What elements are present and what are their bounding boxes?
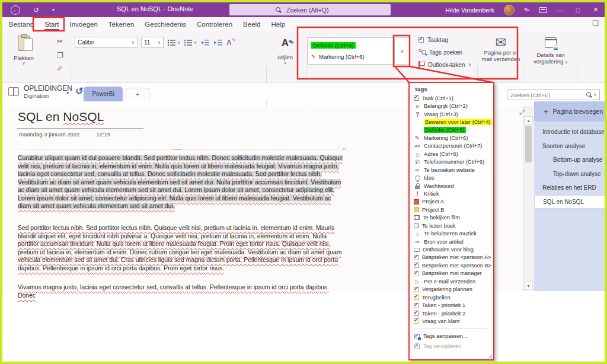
- format-painter-icon[interactable]: ✐: [57, 65, 63, 73]
- minimize-button[interactable]: —: [556, 7, 564, 14]
- tag-gallery-item-markering[interactable]: ✎Markering (Ctrl+6): [311, 53, 391, 60]
- fullpage-view-icon[interactable]: ⤢: [519, 108, 525, 116]
- notebook-selector[interactable]: OPLEIDINGEN Digination: [24, 84, 72, 99]
- ink-pen-icon[interactable]: ✎: [523, 5, 531, 15]
- tag-menu-item[interactable]: Taken - prioriteit 1: [410, 301, 493, 309]
- tag-menu-item[interactable]: Adres (Ctrl+8): [410, 150, 493, 158]
- quick-access-caret-icon[interactable]: ▾: [52, 7, 55, 12]
- increase-indent-button[interactable]: [213, 39, 223, 46]
- ribbon-tab[interactable]: Bestand: [4, 17, 39, 31]
- font-name-select[interactable]: Calibri∨: [75, 37, 138, 48]
- clear-formatting-button[interactable]: A✎: [226, 39, 231, 47]
- decrease-indent-button[interactable]: [200, 39, 210, 46]
- outlook-taken-button[interactable]: Outlook-taken∨: [418, 61, 471, 68]
- styles-button[interactable]: A Stijlen ∨: [268, 37, 302, 65]
- paragraph-clipped[interactable]: Vivamus magna justo, lacinia eget consec…: [18, 283, 346, 299]
- tag-menu-item[interactable]: Te bekijken film: [410, 214, 493, 222]
- tag-menu-item[interactable]: Bespreken met manager: [410, 270, 493, 277]
- tag-menu-item[interactable]: Taak (Ctrl+1): [410, 94, 493, 102]
- meeting-details-button[interactable]: Details vanvergadering ∨: [527, 36, 574, 65]
- tag-menu-item[interactable]: Vraag (Ctrl+3): [410, 110, 493, 118]
- note-drag-handle-icon[interactable]: ••••: [173, 146, 182, 152]
- flag-icon: [418, 61, 424, 68]
- tag-menu-item[interactable]: Te bezoeken website: [410, 166, 493, 174]
- tag-menu-command[interactable]: Tags aanpassen...: [410, 331, 493, 341]
- paragraph-selected[interactable]: Curabitur aliquet quam id dui posuere bl…: [18, 154, 346, 210]
- close-button[interactable]: ✕: [592, 6, 600, 14]
- tag-menu-item[interactable]: Wachtwoord: [410, 182, 493, 190]
- taaktag-button[interactable]: Taaktag: [418, 37, 471, 43]
- tag-menu-item[interactable]: Per e-mail verzenden: [410, 277, 493, 285]
- user-name[interactable]: Hilde Vandenberk: [445, 7, 494, 14]
- tag-menu-item[interactable]: Bespreken met <persoon A>: [410, 254, 493, 261]
- scroll-down-icon[interactable]: ▼: [524, 282, 533, 290]
- tag-menu-item[interactable]: Project A: [410, 198, 493, 206]
- ribbon-tab[interactable]: Tekenen: [103, 17, 139, 31]
- cut-icon[interactable]: ✂: [57, 37, 63, 46]
- email-page-button[interactable]: ✉ Pagina per e-mail verzenden: [480, 36, 522, 62]
- paragraph[interactable]: Sed porttitor lectus nibh. Sed porttitor…: [18, 224, 346, 272]
- tag-gallery-dropdown-button[interactable]: ∨: [395, 37, 410, 65]
- page-list-item[interactable]: Soorten analyse: [534, 139, 605, 154]
- search-input[interactable]: Zoeken (Alt+Q): [229, 4, 391, 15]
- tag-menu-item[interactable]: Project B: [410, 206, 493, 213]
- undo-icon[interactable]: ↺: [33, 6, 39, 14]
- send-icon: [414, 278, 421, 285]
- ribbon-display-options-icon[interactable]: [539, 7, 547, 13]
- paste-button[interactable]: Plakken ∨: [11, 36, 37, 66]
- ribbon-tab[interactable]: Geschiedenis: [139, 17, 191, 31]
- tag-menu-item[interactable]: Onthouden voor blog: [410, 245, 493, 253]
- sq-org-icon: [414, 207, 419, 212]
- tag-menu-item[interactable]: Te lezen boek: [410, 222, 493, 229]
- notebook-dropdown-icon[interactable]: ▾: [66, 90, 69, 95]
- tag-menu-item[interactable]: Vergadering plannen: [410, 286, 493, 293]
- nav-back-icon[interactable]: ↺: [75, 85, 83, 97]
- font-size-select[interactable]: 11∨: [141, 37, 164, 48]
- section-tab-powerbi[interactable]: PowerBi: [84, 87, 123, 101]
- ribbon-tab[interactable]: Help: [266, 17, 291, 31]
- bullet-list-button[interactable]: ∨: [167, 39, 180, 46]
- back-icon[interactable]: ←: [11, 5, 20, 15]
- page-list-item[interactable]: Top-down analyse: [534, 167, 605, 181]
- ribbon-tab[interactable]: Start: [39, 17, 64, 31]
- ribbon-tab[interactable]: Beeld: [238, 17, 266, 31]
- tag-menu-item[interactable]: Vraag van klant: [410, 317, 493, 325]
- menu-resize-grip[interactable]: [488, 354, 492, 358]
- scroll-up-icon[interactable]: ▲: [524, 116, 533, 124]
- tag-menu-item[interactable]: Definitie (Ctrl+5): [410, 126, 493, 134]
- tag-menu-item[interactable]: Belangrijk (Ctrl+2): [410, 102, 493, 110]
- tag-menu-item[interactable]: Markering (Ctrl+6): [410, 134, 493, 142]
- tag-gallery-item-definitie[interactable]: Definitie (Ctrl+5): [311, 42, 391, 49]
- tag-menu-item[interactable]: Taken - prioriteit 2: [410, 309, 493, 317]
- copy-icon[interactable]: ❐: [57, 51, 63, 59]
- ribbon-tab[interactable]: Invoegen: [65, 17, 103, 31]
- add-page-button[interactable]: + Pagina toevoegen: [534, 101, 605, 122]
- tag-menu-item[interactable]: Te beluisteren muziek: [410, 229, 493, 237]
- page-list-item[interactable]: Introductie tot database: [534, 125, 605, 139]
- note-resize-icon[interactable]: ‹›: [343, 146, 346, 152]
- page-list-item[interactable]: SQL en NoSQL: [534, 195, 605, 209]
- maximize-button[interactable]: □: [574, 7, 582, 14]
- tag-menu-item[interactable]: Idee: [410, 174, 493, 181]
- avatar[interactable]: [504, 5, 515, 15]
- scrollbar-thumb[interactable]: [525, 126, 532, 162]
- tag-menu-item[interactable]: Terugbellen: [410, 293, 493, 301]
- page-search-input[interactable]: Zoeken (Ctrl+E) ∨: [507, 90, 600, 100]
- tag-menu-item[interactable]: Telefoonnummer (Ctrl+9): [410, 158, 493, 166]
- docked-note-icon[interactable]: ❏: [592, 19, 599, 27]
- new-section-tab[interactable]: +: [126, 88, 149, 101]
- page-list-item[interactable]: Bottom-up analyse: [534, 153, 605, 167]
- tag-menu-command[interactable]: Tag verwijderen: [410, 341, 493, 352]
- tag-menu-item[interactable]: Kritiek: [410, 190, 493, 197]
- tag-menu-item[interactable]: Bewaren voor later (Ctrl+4): [410, 118, 493, 126]
- tag-menu-item[interactable]: Contactpersoon (Ctrl+7): [410, 142, 493, 150]
- note-container-frame[interactable]: •••• ‹›: [18, 149, 345, 149]
- page-list-item[interactable]: Relaties en het ERD: [534, 181, 605, 195]
- ribbon-tab[interactable]: Controleren: [191, 17, 238, 31]
- tags-zoeken-button[interactable]: Tags zoeken: [418, 49, 471, 56]
- page-title[interactable]: SQL en NoSQL: [18, 110, 104, 124]
- tag-menu-item[interactable]: Bron voor artikel: [410, 238, 493, 245]
- tag-menu-item[interactable]: Bespreken met <persoon B>: [410, 261, 493, 269]
- numbered-list-button[interactable]: ∨: [184, 39, 197, 46]
- tags-menu-items: Taak (Ctrl+1) Belangrijk (Ctrl+2) Vraag …: [410, 94, 493, 325]
